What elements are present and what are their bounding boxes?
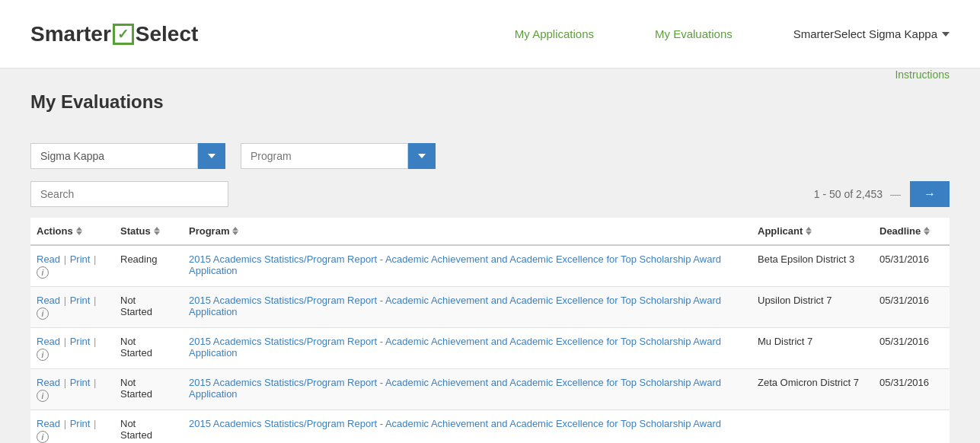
table-row: Read | Print |iNotStarted2015 Academics …	[30, 328, 950, 369]
table-row: Read | Print |iNotStarted2015 Academics …	[30, 287, 950, 328]
cell-status-3: NotStarted	[114, 369, 183, 410]
table-header: Actions Status	[30, 218, 950, 245]
program-dropdown-arrow-icon	[418, 154, 426, 158]
status-sort-icon	[154, 227, 160, 235]
cell-deadline-2: 05/31/2016	[873, 328, 950, 369]
cell-program-1: 2015 Academics Statistics/Program Report…	[183, 287, 752, 328]
action-link-read-4[interactable]: Read	[37, 418, 60, 429]
col-header-applicant: Applicant	[752, 218, 873, 245]
filters-row	[30, 143, 950, 169]
cell-applicant-4	[752, 410, 873, 444]
cell-program-4: 2015 Academics Statistics/Program Report…	[183, 410, 752, 444]
cell-deadline-3: 05/31/2016	[873, 369, 950, 410]
col-header-status: Status	[114, 218, 183, 245]
cell-status-1: NotStarted	[114, 287, 183, 328]
info-icon-1[interactable]: i	[37, 308, 49, 320]
pagination-next-button[interactable]: →	[910, 181, 950, 207]
action-trailing-sep: |	[91, 295, 96, 306]
cell-program-2: 2015 Academics Statistics/Program Report…	[183, 328, 752, 369]
applicant-sort-icon	[806, 227, 812, 235]
cell-deadline-1: 05/31/2016	[873, 287, 950, 328]
nav-my-evaluations[interactable]: My Evaluations	[655, 27, 733, 40]
user-menu-arrow-icon	[942, 32, 950, 37]
cell-actions-3: Read | Print |i	[30, 369, 114, 410]
user-menu-dropdown[interactable]: SmarterSelect Sigma Kappa	[793, 27, 950, 40]
program-filter-dropdown-button[interactable]	[408, 143, 436, 169]
org-filter-input[interactable]	[30, 143, 198, 169]
cell-applicant-2: Mu District 7	[752, 328, 873, 369]
action-trailing-sep: |	[91, 418, 96, 429]
logo-text-smarter: Smarter	[30, 22, 111, 46]
col-header-program: Program	[183, 218, 752, 245]
search-row: 1 - 50 of 2,453 — →	[30, 181, 950, 207]
page-title: My Evaluations	[30, 91, 164, 113]
main-content: My Evaluations Instructions 1 - 50 of 2,…	[0, 69, 980, 443]
program-filter-input[interactable]	[241, 143, 408, 169]
program-link-4[interactable]: 2015 Academics Statistics/Program Report…	[189, 418, 721, 429]
action-link-print-4[interactable]: Print	[70, 418, 91, 429]
cell-applicant-3: Zeta Omicron District 7	[752, 369, 873, 410]
cell-program-3: 2015 Academics Statistics/Program Report…	[183, 369, 752, 410]
search-input[interactable]	[30, 181, 228, 207]
action-separator: |	[61, 253, 69, 265]
action-link-print-1[interactable]: Print	[70, 295, 91, 306]
program-link-2[interactable]: 2015 Academics Statistics/Program Report…	[189, 336, 721, 359]
info-icon-0[interactable]: i	[37, 266, 49, 279]
pagination-info: 1 - 50 of 2,453 — →	[814, 181, 950, 207]
program-link-0[interactable]: 2015 Academics Statistics/Program Report…	[189, 253, 721, 276]
col-header-deadline: Deadline	[873, 218, 950, 245]
nav-my-applications[interactable]: My Applications	[515, 27, 594, 40]
info-icon-4[interactable]: i	[37, 431, 49, 443]
action-separator: |	[61, 336, 69, 347]
col-header-actions: Actions	[30, 218, 114, 245]
cell-deadline-4	[873, 410, 950, 444]
action-trailing-sep: |	[91, 377, 96, 388]
table-body: Read | Print |iReading2015 Academics Sta…	[30, 245, 950, 443]
action-link-read-0[interactable]: Read	[37, 253, 60, 265]
program-link-3[interactable]: 2015 Academics Statistics/Program Report…	[189, 377, 721, 400]
action-link-print-0[interactable]: Print	[70, 253, 91, 265]
main-nav: My Applications My Evaluations SmarterSe…	[515, 27, 950, 40]
table-row: Read | Print |iNotStarted2015 Academics …	[30, 410, 950, 444]
evaluations-table: Actions Status	[30, 218, 950, 443]
action-link-print-2[interactable]: Print	[70, 336, 91, 347]
action-link-print-3[interactable]: Print	[70, 377, 91, 388]
cell-actions-1: Read | Print |i	[30, 287, 114, 328]
logo-text-select: Select	[136, 22, 199, 46]
cell-program-0: 2015 Academics Statistics/Program Report…	[183, 245, 752, 287]
cell-status-2: NotStarted	[114, 328, 183, 369]
cell-deadline-0: 05/31/2016	[873, 245, 950, 287]
pagination-dots: —	[890, 188, 902, 200]
actions-sort-icon	[76, 227, 82, 235]
cell-applicant-0: Beta Epsilon District 3	[752, 245, 873, 287]
org-filter-group	[30, 143, 225, 169]
program-link-1[interactable]: 2015 Academics Statistics/Program Report…	[189, 295, 721, 317]
org-dropdown-arrow-icon	[208, 154, 215, 158]
program-sort-icon	[232, 227, 238, 235]
logo[interactable]: SmarterSelect	[30, 22, 198, 46]
action-link-read-2[interactable]: Read	[37, 336, 60, 347]
action-trailing-sep: |	[91, 336, 96, 347]
cell-status-4: NotStarted	[114, 410, 183, 444]
table-row: Read | Print |iReading2015 Academics Sta…	[30, 245, 950, 287]
program-filter-group	[241, 143, 436, 169]
search-input-wrap	[30, 181, 228, 207]
cell-actions-2: Read | Print |i	[30, 328, 114, 369]
action-trailing-sep: |	[91, 253, 96, 265]
instructions-link[interactable]: Instructions	[895, 69, 950, 81]
cell-status-0: Reading	[114, 245, 183, 287]
action-link-read-1[interactable]: Read	[37, 295, 60, 306]
action-link-read-3[interactable]: Read	[37, 377, 60, 388]
info-icon-3[interactable]: i	[37, 390, 49, 402]
cell-actions-0: Read | Print |i	[30, 245, 114, 287]
action-separator: |	[61, 418, 69, 429]
deadline-sort-icon	[924, 227, 930, 235]
org-filter-dropdown-button[interactable]	[198, 143, 225, 169]
cell-applicant-1: Upsilon District 7	[752, 287, 873, 328]
header: SmarterSelect My Applications My Evaluat…	[0, 0, 980, 69]
logo-checkmark-icon	[113, 24, 134, 45]
action-separator: |	[61, 377, 69, 388]
user-menu-label: SmarterSelect Sigma Kappa	[793, 27, 937, 40]
info-icon-2[interactable]: i	[37, 349, 49, 361]
action-separator: |	[61, 295, 69, 306]
